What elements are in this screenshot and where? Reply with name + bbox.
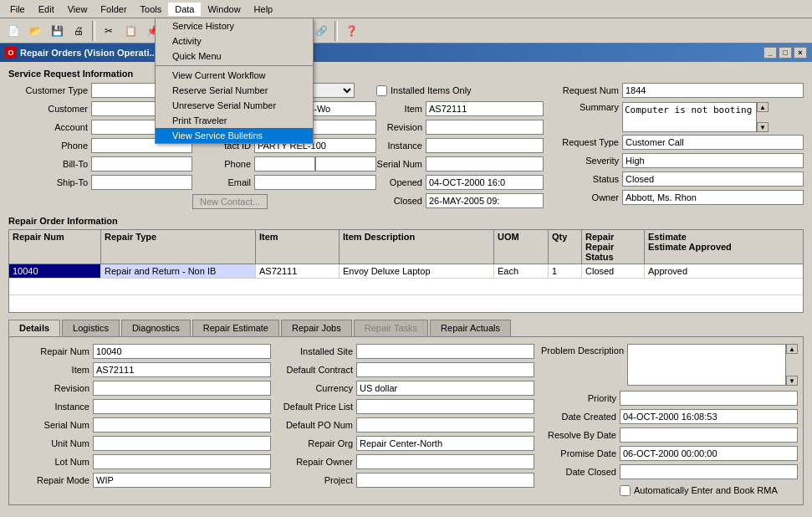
instance-input[interactable] (426, 138, 544, 153)
d-repair-owner-input[interactable] (356, 454, 534, 469)
d-lot-num-input[interactable] (93, 454, 271, 469)
menu-help[interactable]: Help (248, 3, 280, 16)
col-qty: Qty (549, 230, 582, 264)
toolbar-cut[interactable]: ✂ (99, 21, 119, 41)
item-input[interactable] (426, 101, 544, 116)
d-default-po-num-input[interactable] (356, 417, 534, 433)
opened-input[interactable] (426, 175, 544, 190)
closed-input[interactable] (426, 193, 544, 208)
tab-repair-jobs[interactable]: Repair Jobs (281, 320, 352, 336)
d-priority-input[interactable] (620, 391, 798, 406)
menu-folder[interactable]: Folder (94, 3, 133, 16)
d-project-input[interactable] (356, 473, 534, 488)
service-request-section: Service Request Information Customer Typ… (3, 65, 809, 212)
tab-diagnostics[interactable]: Diagnostics (121, 320, 191, 336)
menu-unreserve-serial[interactable]: Unreserve Serial Number (156, 98, 313, 113)
scroll-track (757, 112, 769, 122)
toolbar-copy[interactable]: 📋 (120, 21, 140, 41)
menu-view-workflow[interactable]: View Current Workflow (156, 68, 313, 83)
menu-activity[interactable]: Activity (156, 33, 313, 49)
titlebar-controls: _ □ × (763, 47, 807, 59)
revision-input[interactable] (426, 120, 544, 135)
d-default-contract-input[interactable] (356, 362, 534, 377)
status-row: Status (544, 171, 804, 187)
new-contact-button[interactable]: New Contact... (192, 194, 268, 209)
menu-tools[interactable]: Tools (134, 3, 169, 16)
d-resolve-by-input[interactable] (620, 427, 798, 443)
scroll-up-btn[interactable]: ▲ (757, 102, 769, 112)
d-problem-desc-row: Problem Description ▲ ▼ (541, 342, 798, 389)
menu-file[interactable]: File (3, 3, 32, 16)
toolbar-new[interactable]: 📄 (3, 21, 23, 41)
phone2-input[interactable] (254, 156, 315, 171)
close-button[interactable]: × (794, 47, 807, 59)
bill-to-input[interactable] (91, 156, 192, 171)
tab-repair-actuals[interactable]: Repair Actuals (430, 320, 511, 336)
col-repair-type: Repair Type (101, 230, 256, 264)
menu-quick-menu[interactable]: Quick Menu (156, 49, 313, 64)
menu-data[interactable]: Data (168, 3, 201, 16)
d-revision-input[interactable] (93, 381, 271, 396)
d-repair-mode-input[interactable] (93, 473, 271, 488)
summary-textarea[interactable]: Computer is not booting (622, 102, 757, 132)
d-scroll-down[interactable]: ▼ (786, 376, 798, 386)
table-row[interactable]: 10040 Repair and Return - Non IB AS72111… (9, 264, 803, 279)
d-repair-num-input[interactable] (93, 344, 271, 359)
status-input[interactable] (622, 171, 804, 187)
d-item-input[interactable] (93, 362, 271, 377)
d-default-price-list-input[interactable] (356, 399, 534, 414)
d-promise-date-input[interactable] (620, 446, 798, 461)
d-priority-row: Priority (541, 389, 798, 407)
menu-reserve-serial[interactable]: Reserve Serial Number (156, 83, 313, 98)
menu-edit[interactable]: Edit (32, 3, 61, 16)
severity-input[interactable] (622, 153, 804, 168)
menu-view[interactable]: View (61, 3, 94, 16)
d-date-created-input[interactable] (620, 409, 798, 424)
tab-logistics[interactable]: Logistics (62, 320, 120, 336)
d-auto-rma-label[interactable]: Automatically Enter and Book RMA (620, 485, 778, 496)
phone-label: Phone (8, 141, 88, 151)
tab-repair-tasks[interactable]: Repair Tasks (354, 320, 428, 336)
minimize-button[interactable]: _ (763, 47, 777, 59)
d-instance-input[interactable] (93, 399, 271, 414)
d-problem-desc-container: ▲ ▼ (627, 344, 798, 386)
toolbar-print[interactable]: 🖨 (69, 21, 89, 41)
menu-service-history[interactable]: Service History (156, 18, 313, 33)
installed-items-checkbox[interactable] (376, 85, 387, 96)
request-num-input[interactable] (622, 83, 804, 98)
d-problem-desc-textarea[interactable] (627, 344, 786, 386)
d-default-contract-label: Default Contract (278, 365, 353, 375)
d-auto-rma-checkbox[interactable] (620, 485, 631, 496)
menubar: File Edit View Folder Tools Data Window … (0, 0, 812, 18)
email-input[interactable] (254, 175, 376, 190)
d-unit-num-input[interactable] (93, 436, 271, 451)
toolbar-workflow[interactable]: 🔗 (311, 21, 331, 41)
d-scroll-up[interactable]: ▲ (786, 344, 798, 354)
d-default-contract-row: Default Contract (278, 361, 534, 379)
ship-to-input[interactable] (91, 175, 192, 190)
d-currency-row: Currency (278, 379, 534, 397)
installed-items-checkbox-label[interactable]: Installed Items Only (376, 85, 472, 96)
d-currency-input[interactable] (356, 381, 534, 396)
d-repair-org-input[interactable] (356, 436, 534, 451)
menu-view-bulletins[interactable]: View Service Bulletins (156, 128, 313, 143)
phone2-ext[interactable] (315, 156, 376, 171)
d-serial-num-input[interactable] (93, 417, 271, 433)
owner-input[interactable] (622, 190, 804, 205)
request-type-input[interactable] (622, 135, 804, 150)
tab-repair-estimate[interactable]: Repair Estimate (192, 320, 279, 336)
serial-num-input[interactable] (426, 156, 544, 171)
tab-details[interactable]: Details (8, 320, 60, 336)
d-date-closed-input[interactable] (620, 464, 798, 479)
customer-type-input[interactable] (91, 83, 158, 98)
toolbar-save[interactable]: 💾 (47, 21, 67, 41)
d-repair-mode-row: Repair Mode (14, 471, 271, 489)
maximize-button[interactable]: □ (779, 47, 792, 59)
scroll-down-btn[interactable]: ▼ (757, 122, 769, 132)
d-installed-site-input[interactable] (356, 344, 534, 359)
d-installed-site-label: Installed Site (278, 346, 353, 356)
toolbar-open[interactable]: 📂 (25, 21, 45, 41)
toolbar-help[interactable]: ❓ (341, 21, 361, 41)
menu-print-traveler[interactable]: Print Traveler (156, 113, 313, 128)
menu-window[interactable]: Window (201, 3, 247, 16)
